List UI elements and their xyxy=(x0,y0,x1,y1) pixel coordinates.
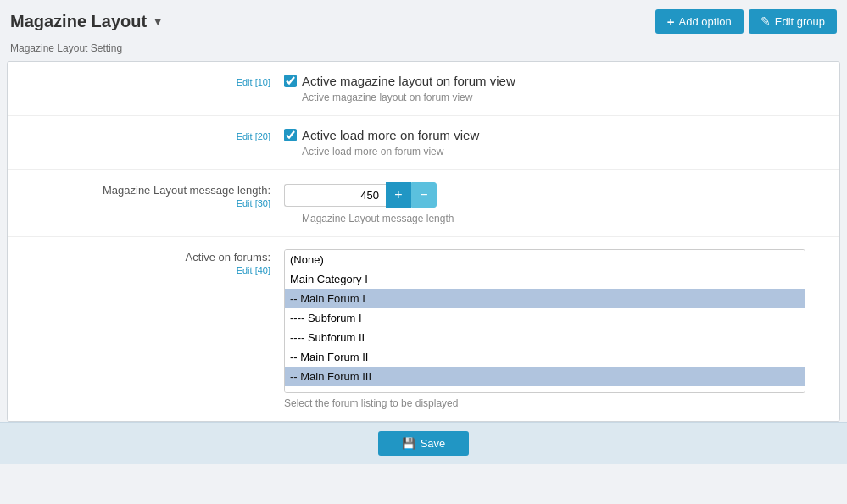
header-buttons: Add option Edit group xyxy=(655,9,837,34)
active-magazine-checkbox[interactable] xyxy=(284,75,297,87)
main-panel: Edit [10] Active magazine layout on foru… xyxy=(7,61,840,422)
active-load-more-checkbox[interactable] xyxy=(284,129,297,141)
option-sf1[interactable]: ---- Subforum I xyxy=(285,308,805,328)
row2-description: Active load more on forum view xyxy=(302,146,826,158)
row4-content: (None) Main Category I -- Main Forum I -… xyxy=(284,249,826,409)
row1-content: Active magazine layout on forum view Act… xyxy=(284,74,826,103)
row4-label-text: Active on forums: xyxy=(186,251,270,263)
forum-select-wrapper: (None) Main Category I -- Main Forum I -… xyxy=(284,249,826,393)
row-active-magazine: Edit [10] Active magazine layout on foru… xyxy=(8,62,839,116)
add-option-button[interactable]: Add option xyxy=(655,9,744,34)
row-active-forums: Active on forums: Edit [40] (None) Main … xyxy=(8,237,839,421)
save-bar: Save xyxy=(0,422,847,464)
forum-multiselect[interactable]: (None) Main Category I -- Main Forum I -… xyxy=(284,249,805,393)
edit-link-10[interactable]: Edit [10] xyxy=(21,77,270,87)
row-message-length: Magazine Layout message length: Edit [30… xyxy=(8,170,839,237)
edit-group-button[interactable]: Edit group xyxy=(749,9,837,34)
row4-description: Select the forum listing to be displayed xyxy=(284,397,826,409)
plus-icon xyxy=(667,14,675,29)
number-input-group: + − xyxy=(284,182,826,208)
option-none[interactable]: (None) xyxy=(285,250,805,269)
message-length-input[interactable] xyxy=(284,184,386,207)
save-button[interactable]: Save xyxy=(378,431,470,456)
row-active-load-more: Edit [20] Active load more on forum view… xyxy=(8,116,839,170)
edit-link-30[interactable]: Edit [30] xyxy=(21,198,270,208)
option-f2[interactable]: -- Main Forum II xyxy=(285,347,805,367)
edit-link-40[interactable]: Edit [40] xyxy=(21,265,270,275)
pencil-icon xyxy=(761,14,771,28)
row4-label-wrap: Active on forums: Edit [40] xyxy=(21,249,284,275)
row1-description: Active magazine layout on forum view xyxy=(302,91,826,103)
option-f4[interactable]: -- Main Forum IV xyxy=(285,386,805,393)
row1-label: Edit [10] xyxy=(21,74,284,87)
save-label: Save xyxy=(421,437,446,450)
floppy-icon xyxy=(402,437,415,450)
option-sf2[interactable]: ---- Subforum II xyxy=(285,328,805,347)
row3-label-text: Magazine Layout message length: xyxy=(103,184,270,197)
row3-content: + − Magazine Layout message length xyxy=(284,182,826,224)
row2-label: Edit [20] xyxy=(21,128,284,141)
option-f1[interactable]: -- Main Forum I xyxy=(285,289,805,308)
subtitle: Magazine Layout Setting xyxy=(0,42,847,61)
edit-group-label: Edit group xyxy=(775,15,825,28)
row3-description: Magazine Layout message length xyxy=(302,213,826,224)
row2-content: Active load more on forum view Active lo… xyxy=(284,128,826,158)
option-f3[interactable]: -- Main Forum III xyxy=(285,367,805,386)
header-left: Magazine Layout ▼ xyxy=(10,12,164,31)
page-title: Magazine Layout xyxy=(10,12,147,31)
header-bar: Magazine Layout ▼ Add option Edit group xyxy=(0,0,847,42)
active-load-more-text: Active load more on forum view xyxy=(302,128,479,142)
dropdown-arrow-icon[interactable]: ▼ xyxy=(152,14,164,28)
edit-link-20[interactable]: Edit [20] xyxy=(21,131,270,141)
active-magazine-text: Active magazine layout on forum view xyxy=(302,74,515,88)
row2-checkbox-label[interactable]: Active load more on forum view xyxy=(284,128,826,142)
option-cat1[interactable]: Main Category I xyxy=(285,269,805,289)
decrement-button[interactable]: − xyxy=(411,182,437,208)
increment-button[interactable]: + xyxy=(386,182,411,208)
row3-label-wrap: Magazine Layout message length: Edit [30… xyxy=(21,182,284,208)
add-option-label: Add option xyxy=(679,15,732,28)
row1-checkbox-label[interactable]: Active magazine layout on forum view xyxy=(284,74,826,88)
